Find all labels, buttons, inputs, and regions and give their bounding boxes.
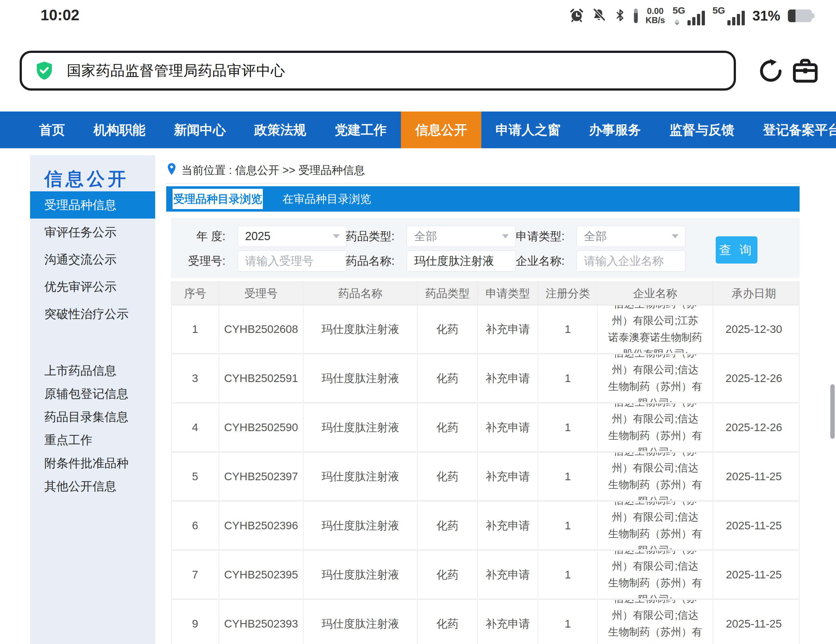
query-button[interactable]: 查 询	[716, 236, 758, 263]
table-cell: 2025-12-26	[713, 404, 795, 451]
table-header-cell: 药品类型	[418, 282, 478, 305]
nav-item-8[interactable]: 办事服务	[575, 111, 655, 148]
table-row: 5CYHB2502397玛仕度肽注射液化药补充申请1信达生物制药（苏州）有限公司…	[171, 451, 799, 500]
table-cell: 玛仕度肽注射液	[304, 306, 418, 353]
table-cell: 化药	[418, 502, 478, 549]
table-cell: 补充申请	[478, 551, 538, 598]
table-cell: 补充申请	[478, 453, 538, 500]
table-cell: 玛仕度肽注射液	[304, 453, 418, 500]
toolbox-button[interactable]	[791, 57, 820, 85]
status-bar: 10:02 0.00 KB/s 5G 5G	[0, 0, 836, 29]
sidebar-item-0-2[interactable]: 沟通交流公示	[30, 246, 155, 273]
table-cell: CYHB2502395	[219, 551, 304, 598]
apply-type-select[interactable]: 全部	[576, 226, 686, 247]
sidebar-item-0-1[interactable]: 审评任务公示	[30, 219, 155, 246]
nav-item-2[interactable]: 机构职能	[79, 111, 160, 148]
table-cell: 信达生物制药（苏州）有限公司;信达生物制药（苏州）有限公司;	[598, 355, 713, 402]
tab-bar: 受理品种目录浏览 在审品种目录浏览	[166, 186, 800, 212]
table-cell: 1	[538, 502, 598, 549]
company-input[interactable]: 请输入企业名称	[576, 250, 686, 272]
nav-item-10[interactable]: 登记备案平台	[749, 111, 836, 148]
table-cell: 2025-12-30	[713, 306, 795, 353]
table-cell: 补充申请	[478, 355, 538, 402]
table-cell: 信达生物制药（苏州）有限公司;信达生物制药（苏州）有限公司;	[598, 551, 713, 598]
breadcrumb-text: 当前位置 : 信息公开 >> 受理品种信息	[181, 163, 365, 178]
table-cell: 化药	[418, 404, 478, 451]
table-cell: 1	[538, 355, 598, 402]
bluetooth-icon	[614, 8, 626, 24]
table-header-cell: 承办日期	[713, 282, 795, 305]
apply-type-label: 申请类型:	[506, 226, 565, 247]
table-cell: 化药	[418, 355, 478, 402]
table-cell: 信达生物制药（苏州）有限公司;江苏诺泰澳赛诺生物制药股份有限公司;	[598, 306, 713, 353]
sidebar-item-1-3[interactable]: 重点工作	[30, 428, 155, 452]
signal-strength-icon-1: 5G	[673, 5, 705, 26]
table-cell: 补充申请	[478, 404, 538, 451]
table-cell: CYHB2502591	[219, 355, 304, 402]
nav-item-6[interactable]: 信息公开	[401, 111, 481, 148]
sidebar-item-0-3[interactable]: 优先审评公示	[30, 273, 155, 300]
table-cell: 补充申请	[478, 306, 538, 353]
sidebar-item-1-5[interactable]: 其他公开信息	[30, 475, 155, 498]
table-cell: 6	[171, 502, 219, 549]
drug-name-input[interactable]: 玛仕度肽注射液	[407, 250, 516, 272]
battery-percent: 31%	[753, 8, 780, 24]
breadcrumb: 当前位置 : 信息公开 >> 受理品种信息	[166, 159, 800, 184]
nav-item-5[interactable]: 党建工作	[320, 111, 401, 148]
table-row: 7CYHB2502395玛仕度肽注射液化药补充申请1信达生物制药（苏州）有限公司…	[171, 549, 799, 598]
main-content: 当前位置 : 信息公开 >> 受理品种信息 受理品种目录浏览 在审品种目录浏览 …	[166, 159, 800, 644]
table-cell: 信达生物制药（苏州）有限公司;信达生物制药（苏州）有限公司;	[598, 502, 713, 549]
nav-item-1[interactable]: 首页	[25, 111, 79, 148]
sidebar-item-0-4[interactable]: 突破性治疗公示	[30, 300, 155, 327]
table-cell: 2025-11-25	[713, 453, 795, 500]
table-cell: 7	[171, 551, 219, 598]
table-header-row: 序号受理号药品名称药品类型申请类型注册分类企业名称承办日期	[171, 282, 799, 305]
accept-no-input[interactable]: 请输入受理号	[237, 250, 347, 272]
table-row: 3CYHB2502591玛仕度肽注射液化药补充申请1信达生物制药（苏州）有限公司…	[171, 353, 799, 402]
sidebar-item-0-0[interactable]: 受理品种信息	[30, 191, 155, 219]
table-cell: 玛仕度肽注射液	[304, 600, 418, 644]
sidebar-item-1-1[interactable]: 原辅包登记信息	[30, 382, 155, 405]
table-cell: 2025-12-26	[713, 355, 795, 402]
scrollbar-thumb[interactable]	[830, 384, 835, 439]
sidebar-item-1-0[interactable]: 上市药品信息	[30, 359, 155, 382]
table-cell: 2025-11-25	[713, 600, 795, 644]
sidebar-item-1-4[interactable]: 附条件批准品种	[30, 452, 155, 475]
sidebar-group-gap	[30, 327, 155, 359]
table-cell: 化药	[418, 551, 478, 598]
table-cell: 玛仕度肽注射液	[304, 551, 418, 598]
table-row: 1CYHB2502608玛仕度肽注射液化药补充申请1信达生物制药（苏州）有限公司…	[171, 305, 799, 353]
table-cell: 1	[538, 453, 598, 500]
address-bar[interactable]: 国家药品监督管理局药品审评中心	[20, 51, 736, 91]
table-cell: 1	[538, 551, 598, 598]
drug-type-select[interactable]: 全部	[407, 226, 516, 247]
table-row: 6CYHB2502396玛仕度肽注射液化药补充申请1信达生物制药（苏州）有限公司…	[171, 500, 799, 549]
table-cell: 玛仕度肽注射液	[304, 355, 418, 402]
table-cell: 1	[171, 306, 219, 353]
page-title: 国家药品监督管理局药品审评中心	[67, 61, 285, 80]
sidebar-items: 受理品种信息审评任务公示沟通交流公示优先审评公示突破性治疗公示上市药品信息原辅包…	[30, 191, 155, 498]
table-cell: 2025-11-25	[713, 502, 795, 549]
screen: 10:02 0.00 KB/s 5G 5G	[0, 0, 836, 644]
year-label: 年 度:	[181, 226, 225, 247]
tab-under-review-catalog[interactable]: 在审品种目录浏览	[282, 192, 371, 206]
table-cell: 1	[538, 404, 598, 451]
table-cell: CYHB2502590	[219, 404, 304, 451]
tab-accepted-catalog[interactable]: 受理品种目录浏览	[173, 189, 263, 209]
sidebar-item-1-2[interactable]: 药品目录集信息	[30, 405, 155, 428]
table-cell: 5	[171, 453, 219, 500]
chevron-down-icon	[672, 234, 679, 239]
table-cell: CYHB2502393	[219, 600, 304, 644]
table-header-cell: 药品名称	[304, 282, 418, 305]
nav-item-3[interactable]: 新闻中心	[160, 111, 240, 148]
year-select[interactable]: 2025	[237, 226, 347, 247]
reload-button[interactable]	[758, 58, 784, 84]
table-row: 9CYHB2502393玛仕度肽注射液化药补充申请1信达生物制药（苏州）有限公司…	[171, 598, 799, 644]
table-row: 4CYHB2502590玛仕度肽注射液化药补充申请1信达生物制药（苏州）有限公司…	[171, 402, 799, 451]
nav-item-4[interactable]: 政策法规	[240, 111, 320, 148]
pen-battery-icon	[634, 8, 638, 23]
sidebar-title: 信息公开	[30, 155, 155, 188]
company-label: 企业名称:	[506, 250, 565, 272]
nav-item-9[interactable]: 监督与反馈	[655, 111, 749, 148]
nav-item-7[interactable]: 申请人之窗	[481, 111, 575, 148]
